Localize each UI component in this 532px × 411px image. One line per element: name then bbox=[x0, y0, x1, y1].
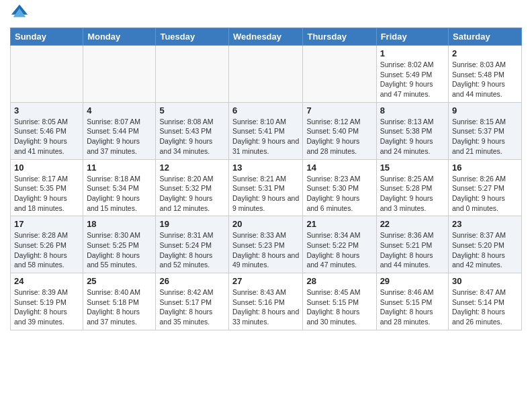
day-info: Sunrise: 8:40 AM Sunset: 5:18 PM Dayligh… bbox=[87, 287, 152, 327]
day-cell-28: 28Sunrise: 8:45 AM Sunset: 5:15 PM Dayli… bbox=[303, 273, 376, 330]
day-info: Sunrise: 8:43 AM Sunset: 5:16 PM Dayligh… bbox=[232, 287, 299, 327]
day-number: 11 bbox=[87, 163, 152, 173]
day-cell-7: 7Sunrise: 8:12 AM Sunset: 5:40 PM Daylig… bbox=[303, 102, 376, 159]
day-cell-10: 10Sunrise: 8:17 AM Sunset: 5:35 PM Dayli… bbox=[11, 159, 83, 216]
day-cell-4: 4Sunrise: 8:07 AM Sunset: 5:44 PM Daylig… bbox=[83, 102, 156, 159]
day-cell-26: 26Sunrise: 8:42 AM Sunset: 5:17 PM Dayli… bbox=[156, 273, 229, 330]
day-number: 22 bbox=[380, 219, 445, 229]
day-info: Sunrise: 8:34 AM Sunset: 5:22 PM Dayligh… bbox=[306, 230, 372, 270]
day-number: 8 bbox=[380, 105, 445, 116]
day-number: 23 bbox=[452, 219, 518, 229]
day-cell-16: 16Sunrise: 8:26 AM Sunset: 5:27 PM Dayli… bbox=[449, 159, 522, 216]
day-cell-20: 20Sunrise: 8:33 AM Sunset: 5:23 PM Dayli… bbox=[229, 216, 303, 273]
day-number: 25 bbox=[87, 276, 152, 286]
day-cell-24: 24Sunrise: 8:39 AM Sunset: 5:19 PM Dayli… bbox=[11, 273, 83, 330]
day-info: Sunrise: 8:26 AM Sunset: 5:27 PM Dayligh… bbox=[452, 174, 518, 214]
day-info: Sunrise: 8:46 AM Sunset: 5:15 PM Dayligh… bbox=[380, 287, 445, 327]
day-number: 28 bbox=[306, 276, 372, 286]
weekday-header-row: SundayMondayTuesdayWednesdayThursdayFrid… bbox=[11, 28, 522, 46]
week-row-4: 17Sunrise: 8:28 AM Sunset: 5:26 PM Dayli… bbox=[11, 216, 522, 273]
day-number: 15 bbox=[380, 163, 445, 173]
day-cell-8: 8Sunrise: 8:13 AM Sunset: 5:38 PM Daylig… bbox=[376, 102, 448, 159]
day-info: Sunrise: 8:30 AM Sunset: 5:25 PM Dayligh… bbox=[87, 230, 152, 270]
day-cell-19: 19Sunrise: 8:31 AM Sunset: 5:24 PM Dayli… bbox=[156, 216, 229, 273]
day-cell-empty-0-4 bbox=[303, 46, 376, 103]
day-info: Sunrise: 8:28 AM Sunset: 5:26 PM Dayligh… bbox=[14, 230, 79, 270]
day-number: 1 bbox=[380, 48, 445, 58]
weekday-header-monday: Monday bbox=[83, 28, 156, 46]
day-info: Sunrise: 8:03 AM Sunset: 5:48 PM Dayligh… bbox=[452, 60, 518, 99]
day-cell-18: 18Sunrise: 8:30 AM Sunset: 5:25 PM Dayli… bbox=[83, 216, 156, 273]
day-number: 27 bbox=[232, 276, 299, 286]
day-info: Sunrise: 8:31 AM Sunset: 5:24 PM Dayligh… bbox=[159, 230, 225, 270]
day-cell-14: 14Sunrise: 8:23 AM Sunset: 5:30 PM Dayli… bbox=[303, 159, 376, 216]
day-number: 4 bbox=[87, 105, 152, 116]
day-cell-empty-0-3 bbox=[229, 46, 303, 103]
day-cell-empty-0-1 bbox=[83, 46, 156, 103]
day-number: 29 bbox=[380, 276, 445, 286]
day-info: Sunrise: 8:05 AM Sunset: 5:46 PM Dayligh… bbox=[14, 117, 79, 156]
day-info: Sunrise: 8:12 AM Sunset: 5:40 PM Dayligh… bbox=[306, 117, 372, 156]
day-number: 21 bbox=[306, 219, 372, 229]
day-info: Sunrise: 8:37 AM Sunset: 5:20 PM Dayligh… bbox=[452, 230, 518, 270]
week-row-3: 10Sunrise: 8:17 AM Sunset: 5:35 PM Dayli… bbox=[11, 159, 522, 216]
weekday-header-thursday: Thursday bbox=[303, 28, 376, 46]
day-cell-1: 1Sunrise: 8:02 AM Sunset: 5:49 PM Daylig… bbox=[376, 46, 448, 103]
calendar: SundayMondayTuesdayWednesdayThursdayFrid… bbox=[10, 28, 522, 330]
day-info: Sunrise: 8:18 AM Sunset: 5:34 PM Dayligh… bbox=[87, 174, 152, 214]
day-info: Sunrise: 8:47 AM Sunset: 5:14 PM Dayligh… bbox=[452, 287, 518, 327]
day-info: Sunrise: 8:25 AM Sunset: 5:28 PM Dayligh… bbox=[380, 174, 445, 214]
weekday-header-tuesday: Tuesday bbox=[156, 28, 229, 46]
header bbox=[10, 7, 522, 22]
day-number: 10 bbox=[14, 163, 79, 173]
day-cell-2: 2Sunrise: 8:03 AM Sunset: 5:48 PM Daylig… bbox=[449, 46, 522, 103]
day-number: 13 bbox=[232, 163, 299, 173]
day-number: 17 bbox=[14, 219, 79, 229]
day-number: 30 bbox=[452, 276, 518, 286]
day-number: 3 bbox=[14, 105, 79, 116]
day-cell-empty-0-2 bbox=[156, 46, 229, 103]
day-info: Sunrise: 8:33 AM Sunset: 5:23 PM Dayligh… bbox=[232, 230, 299, 270]
day-number: 2 bbox=[452, 48, 518, 58]
day-info: Sunrise: 8:15 AM Sunset: 5:37 PM Dayligh… bbox=[452, 117, 518, 156]
day-cell-27: 27Sunrise: 8:43 AM Sunset: 5:16 PM Dayli… bbox=[229, 273, 303, 330]
day-number: 6 bbox=[232, 105, 299, 116]
day-number: 7 bbox=[306, 105, 372, 116]
day-number: 24 bbox=[14, 276, 79, 286]
day-number: 12 bbox=[159, 163, 225, 173]
day-info: Sunrise: 8:36 AM Sunset: 5:21 PM Dayligh… bbox=[380, 230, 445, 270]
week-row-2: 3Sunrise: 8:05 AM Sunset: 5:46 PM Daylig… bbox=[11, 102, 522, 159]
day-cell-17: 17Sunrise: 8:28 AM Sunset: 5:26 PM Dayli… bbox=[11, 216, 83, 273]
day-number: 26 bbox=[159, 276, 225, 286]
day-number: 19 bbox=[159, 219, 225, 229]
day-cell-29: 29Sunrise: 8:46 AM Sunset: 5:15 PM Dayli… bbox=[376, 273, 448, 330]
logo bbox=[10, 7, 32, 22]
day-cell-30: 30Sunrise: 8:47 AM Sunset: 5:14 PM Dayli… bbox=[449, 273, 522, 330]
day-cell-15: 15Sunrise: 8:25 AM Sunset: 5:28 PM Dayli… bbox=[376, 159, 448, 216]
day-cell-11: 11Sunrise: 8:18 AM Sunset: 5:34 PM Dayli… bbox=[83, 159, 156, 216]
logo-icon bbox=[10, 3, 29, 22]
weekday-header-saturday: Saturday bbox=[449, 28, 522, 46]
weekday-header-wednesday: Wednesday bbox=[229, 28, 303, 46]
day-cell-empty-0-0 bbox=[11, 46, 83, 103]
week-row-5: 24Sunrise: 8:39 AM Sunset: 5:19 PM Dayli… bbox=[11, 273, 522, 330]
weekday-header-sunday: Sunday bbox=[11, 28, 83, 46]
day-info: Sunrise: 8:17 AM Sunset: 5:35 PM Dayligh… bbox=[14, 174, 79, 214]
day-cell-13: 13Sunrise: 8:21 AM Sunset: 5:31 PM Dayli… bbox=[229, 159, 303, 216]
day-cell-25: 25Sunrise: 8:40 AM Sunset: 5:18 PM Dayli… bbox=[83, 273, 156, 330]
day-cell-5: 5Sunrise: 8:08 AM Sunset: 5:43 PM Daylig… bbox=[156, 102, 229, 159]
day-cell-23: 23Sunrise: 8:37 AM Sunset: 5:20 PM Dayli… bbox=[449, 216, 522, 273]
day-info: Sunrise: 8:45 AM Sunset: 5:15 PM Dayligh… bbox=[306, 287, 372, 327]
day-info: Sunrise: 8:21 AM Sunset: 5:31 PM Dayligh… bbox=[232, 174, 299, 214]
weekday-header-friday: Friday bbox=[376, 28, 448, 46]
main-container: SundayMondayTuesdayWednesdayThursdayFrid… bbox=[0, 0, 532, 337]
day-info: Sunrise: 8:20 AM Sunset: 5:32 PM Dayligh… bbox=[159, 174, 225, 214]
day-cell-3: 3Sunrise: 8:05 AM Sunset: 5:46 PM Daylig… bbox=[11, 102, 83, 159]
day-info: Sunrise: 8:07 AM Sunset: 5:44 PM Dayligh… bbox=[87, 117, 152, 156]
day-info: Sunrise: 8:23 AM Sunset: 5:30 PM Dayligh… bbox=[306, 174, 372, 214]
day-cell-12: 12Sunrise: 8:20 AM Sunset: 5:32 PM Dayli… bbox=[156, 159, 229, 216]
day-info: Sunrise: 8:13 AM Sunset: 5:38 PM Dayligh… bbox=[380, 117, 445, 156]
day-info: Sunrise: 8:42 AM Sunset: 5:17 PM Dayligh… bbox=[159, 287, 225, 327]
day-number: 18 bbox=[87, 219, 152, 229]
day-number: 9 bbox=[452, 105, 518, 116]
